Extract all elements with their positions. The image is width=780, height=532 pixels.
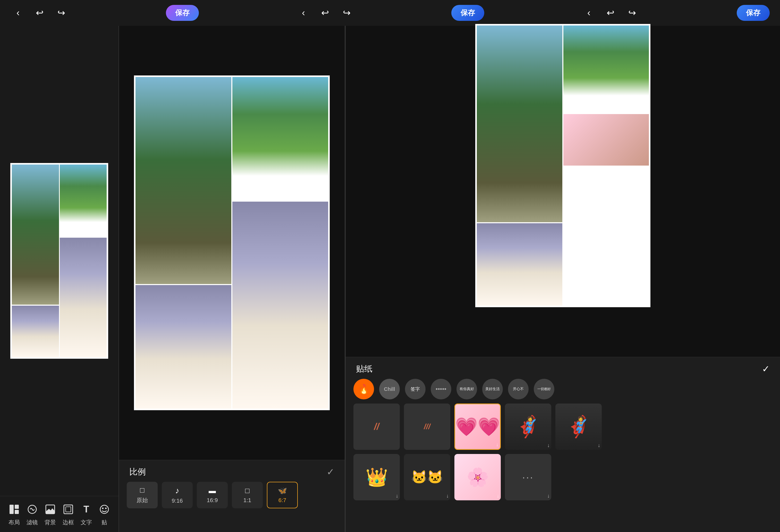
main-area: 布局 滤镜 背景: [0, 26, 780, 532]
left-panel: 布局 滤镜 背景: [0, 26, 118, 532]
ratio-original[interactable]: □ 原始: [127, 482, 158, 508]
ratio-11[interactable]: □ 1:1: [232, 482, 263, 508]
right-img-flower[interactable]: [564, 25, 649, 113]
left-redo-button[interactable]: ↪: [54, 5, 69, 20]
background-label: 背景: [45, 519, 56, 526]
middle-img-puppy[interactable]: [136, 285, 231, 409]
ratio-title: 比例: [129, 466, 146, 478]
left-canvas-area: [0, 26, 118, 496]
sticker-download-pink: ↓: [497, 493, 499, 499]
sticker-hearts[interactable]: 💗💗 ↓: [454, 404, 501, 450]
ratio-169-icon: ▬: [209, 487, 216, 495]
right-canvas-area: [346, 26, 780, 357]
middle-collage[interactable]: [134, 75, 330, 410]
pink-emoji: 🌸: [467, 467, 489, 488]
right-img-bike[interactable]: [477, 25, 562, 222]
right-undo-button[interactable]: ↩: [603, 5, 618, 20]
ultraman1-figure: 🦸: [515, 415, 541, 439]
sticker-pink[interactable]: 🌸 ↓: [454, 454, 501, 500]
sticker-cat-ch4[interactable]: 一切都好: [534, 379, 554, 400]
svg-rect-5: [64, 505, 72, 514]
sticker-cat-ch3[interactable]: 开心不: [508, 379, 529, 400]
middle-redo-button[interactable]: ↪: [339, 5, 354, 20]
svg-rect-1: [15, 505, 19, 509]
sticker-cat-fire[interactable]: 🔥: [353, 379, 374, 400]
left-img-flower[interactable]: [60, 165, 107, 236]
right-redo-button[interactable]: ↪: [624, 5, 640, 20]
left-img-puppy2[interactable]: [60, 238, 107, 357]
sticker-cat-text1[interactable]: 签字: [405, 379, 426, 400]
svg-rect-2: [15, 510, 19, 514]
right-img-puppy[interactable]: [477, 223, 562, 306]
sticker-checkmark[interactable]: ✓: [762, 364, 770, 374]
sticker-dots2[interactable]: ··· ↓: [505, 454, 551, 500]
right-back-button[interactable]: ‹: [581, 5, 597, 20]
ratio-original-icon: □: [140, 486, 145, 494]
tool-border[interactable]: 边框: [61, 502, 76, 526]
text-icon: T: [79, 502, 94, 517]
left-collage[interactable]: [10, 163, 108, 359]
right-collage[interactable]: [475, 24, 650, 307]
filter-label: 滤镜: [27, 519, 38, 526]
layout-icon: [7, 502, 21, 517]
sticker-cat-ch1[interactable]: 有你真好: [456, 379, 477, 400]
text1-cat-icon: 签字: [405, 379, 426, 400]
sticker-header: 贴纸 ✓: [346, 357, 780, 379]
middle-canvas-area: [119, 26, 345, 460]
hearts-emoji: 💗💗: [455, 416, 500, 437]
right-img-hearts[interactable]: [564, 114, 649, 166]
sticker-cat-chill[interactable]: Chill: [379, 379, 400, 400]
tool-sticker[interactable]: 贴: [97, 502, 111, 526]
background-icon: [43, 502, 57, 517]
border-label: 边框: [63, 519, 74, 526]
ratio-11-label: 1:1: [243, 497, 251, 504]
middle-img-flower[interactable]: [232, 77, 328, 201]
sticker-slash2[interactable]: ///: [404, 404, 450, 450]
middle-save-button[interactable]: 保存: [451, 5, 484, 21]
tool-filter[interactable]: 滤镜: [25, 502, 39, 526]
chill-cat-icon: Chill: [379, 379, 400, 400]
middle-img-puppy2[interactable]: [232, 202, 328, 409]
svg-point-8: [102, 508, 104, 509]
sticker-ultraman2[interactable]: 🦸 ↓: [555, 404, 602, 450]
sticker-download-dots2: ↓: [547, 493, 550, 499]
border-icon: [61, 502, 76, 517]
ratio-916[interactable]: ♪ 9:16: [162, 482, 193, 508]
right-save-button[interactable]: 保存: [737, 5, 770, 21]
ratio-169[interactable]: ▬ 16:9: [197, 482, 228, 508]
sticker-categories: 🔥 Chill 签字 ••••• 有你真好 美好生活 开心不: [346, 379, 780, 404]
sticker-download-ultraman1: ↓: [547, 442, 550, 448]
dots2-emoji: ···: [522, 472, 534, 483]
left-back-button[interactable]: ‹: [10, 5, 26, 20]
middle-back-button[interactable]: ‹: [296, 5, 311, 20]
right-save-group: 保存: [737, 5, 770, 21]
sticker-slash1[interactable]: //: [353, 404, 400, 450]
left-img-bike[interactable]: [12, 165, 59, 305]
sticker-ultraman1[interactable]: 🦸 ↓: [505, 404, 551, 450]
sticker-label: 贴: [101, 519, 107, 526]
tool-layout[interactable]: 布局: [7, 502, 21, 526]
ultraman2-figure: 🦸: [566, 415, 591, 439]
left-img-puppy[interactable]: [12, 306, 59, 357]
cats-emoji: 🐱🐱: [411, 470, 443, 485]
left-undo-button[interactable]: ↩: [32, 5, 47, 20]
middle-undo-button[interactable]: ↩: [318, 5, 333, 20]
sticker-icon: [97, 502, 111, 517]
crown-emoji: 👑: [365, 467, 388, 488]
ratio-checkmark[interactable]: ✓: [327, 467, 334, 477]
middle-img-bike[interactable]: [136, 77, 231, 284]
sticker-cat-dots[interactable]: •••••: [431, 379, 451, 400]
sticker-cat-ch2[interactable]: 美好生活: [482, 379, 503, 400]
tool-text[interactable]: T 文字: [79, 502, 94, 526]
sticker-cats[interactable]: 🐱🐱 ↓: [404, 454, 450, 500]
left-save-button[interactable]: 保存: [166, 5, 199, 21]
ratio-11-icon: □: [245, 487, 250, 495]
tool-background[interactable]: 背景: [43, 502, 57, 526]
svg-point-7: [100, 505, 108, 514]
left-bottom-toolbar: 布局 滤镜 背景: [0, 496, 118, 532]
sticker-crown[interactable]: 👑 ↓: [353, 454, 400, 500]
left-toolbar-group: ‹ ↩ ↪: [10, 5, 69, 20]
sticker-download-cats: ↓: [446, 493, 449, 499]
right-toolbar-group: ‹ ↩ ↪: [581, 5, 640, 20]
ratio-67[interactable]: 🦋 6:7: [267, 482, 298, 508]
